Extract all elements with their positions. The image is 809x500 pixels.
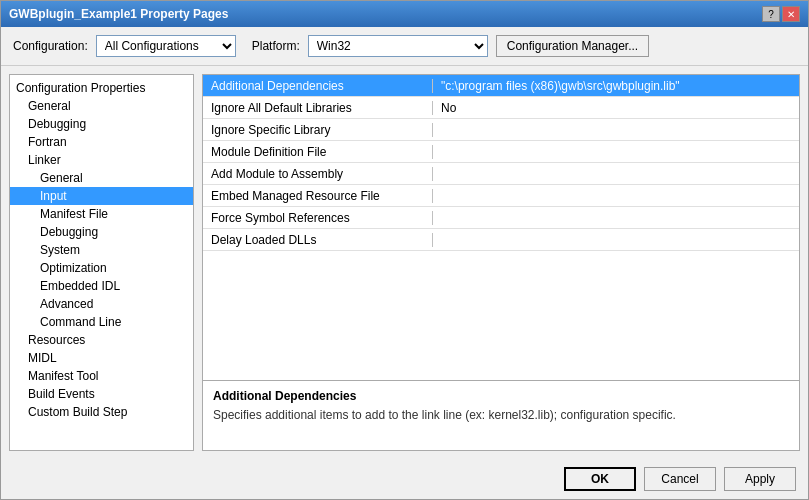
prop-row[interactable]: Delay Loaded DLLs (203, 229, 799, 251)
ok-button[interactable]: OK (564, 467, 636, 491)
prop-value: No (433, 101, 799, 115)
prop-name: Module Definition File (203, 145, 433, 159)
tree-item-midl[interactable]: MIDL (10, 349, 193, 367)
platform-label: Platform: (252, 39, 300, 53)
tree-item-optimization[interactable]: Optimization (10, 259, 193, 277)
title-bar-buttons: ? ✕ (762, 6, 800, 22)
prop-row[interactable]: Embed Managed Resource File (203, 185, 799, 207)
tree-item-fortran[interactable]: Fortran (10, 133, 193, 151)
platform-select[interactable]: Win32 (308, 35, 488, 57)
close-button[interactable]: ✕ (782, 6, 800, 22)
prop-row[interactable]: Ignore All Default LibrariesNo (203, 97, 799, 119)
tree-item-general[interactable]: General (10, 169, 193, 187)
configuration-select[interactable]: All Configurations (96, 35, 236, 57)
tree-item-custom-build-step[interactable]: Custom Build Step (10, 403, 193, 421)
tree-item-advanced[interactable]: Advanced (10, 295, 193, 313)
cancel-button[interactable]: Cancel (644, 467, 716, 491)
prop-name: Force Symbol References (203, 211, 433, 225)
tree-item-general[interactable]: General (10, 97, 193, 115)
bottom-buttons: OK Cancel Apply (1, 459, 808, 499)
tree-item-system[interactable]: System (10, 241, 193, 259)
tree-item-input[interactable]: Input (10, 187, 193, 205)
description-text: Specifies additional items to add to the… (213, 407, 789, 424)
help-button[interactable]: ? (762, 6, 780, 22)
prop-name: Ignore All Default Libraries (203, 101, 433, 115)
description-title: Additional Dependencies (213, 389, 789, 403)
property-pages-dialog: GWBplugin_Example1 Property Pages ? ✕ Co… (0, 0, 809, 500)
main-content: Configuration PropertiesGeneralDebugging… (1, 66, 808, 459)
prop-name: Additional Dependencies (203, 79, 433, 93)
prop-name: Ignore Specific Library (203, 123, 433, 137)
right-panel: Additional Dependencies"c:\program files… (202, 74, 800, 451)
prop-name: Delay Loaded DLLs (203, 233, 433, 247)
dialog-title: GWBplugin_Example1 Property Pages (9, 7, 228, 21)
description-panel: Additional Dependencies Specifies additi… (202, 381, 800, 451)
tree-item-configuration-properties[interactable]: Configuration Properties (10, 79, 193, 97)
prop-name: Embed Managed Resource File (203, 189, 433, 203)
prop-row[interactable]: Add Module to Assembly (203, 163, 799, 185)
tree-item-linker[interactable]: Linker (10, 151, 193, 169)
prop-row[interactable]: Module Definition File (203, 141, 799, 163)
tree-item-resources[interactable]: Resources (10, 331, 193, 349)
title-bar: GWBplugin_Example1 Property Pages ? ✕ (1, 1, 808, 27)
config-label: Configuration: (13, 39, 88, 53)
prop-value: "c:\program files (x86)\gwb\src\gwbplugi… (433, 79, 799, 93)
tree-item-manifest-file[interactable]: Manifest File (10, 205, 193, 223)
prop-name: Add Module to Assembly (203, 167, 433, 181)
tree-item-manifest-tool[interactable]: Manifest Tool (10, 367, 193, 385)
tree-item-command-line[interactable]: Command Line (10, 313, 193, 331)
prop-row[interactable]: Additional Dependencies"c:\program files… (203, 75, 799, 97)
apply-button[interactable]: Apply (724, 467, 796, 491)
tree-item-debugging[interactable]: Debugging (10, 223, 193, 241)
tree-item-debugging[interactable]: Debugging (10, 115, 193, 133)
config-bar: Configuration: All Configurations Platfo… (1, 27, 808, 66)
prop-row[interactable]: Force Symbol References (203, 207, 799, 229)
config-manager-button[interactable]: Configuration Manager... (496, 35, 649, 57)
tree-panel: Configuration PropertiesGeneralDebugging… (9, 74, 194, 451)
properties-table: Additional Dependencies"c:\program files… (202, 74, 800, 381)
prop-row[interactable]: Ignore Specific Library (203, 119, 799, 141)
tree-item-build-events[interactable]: Build Events (10, 385, 193, 403)
tree-item-embedded-idl[interactable]: Embedded IDL (10, 277, 193, 295)
